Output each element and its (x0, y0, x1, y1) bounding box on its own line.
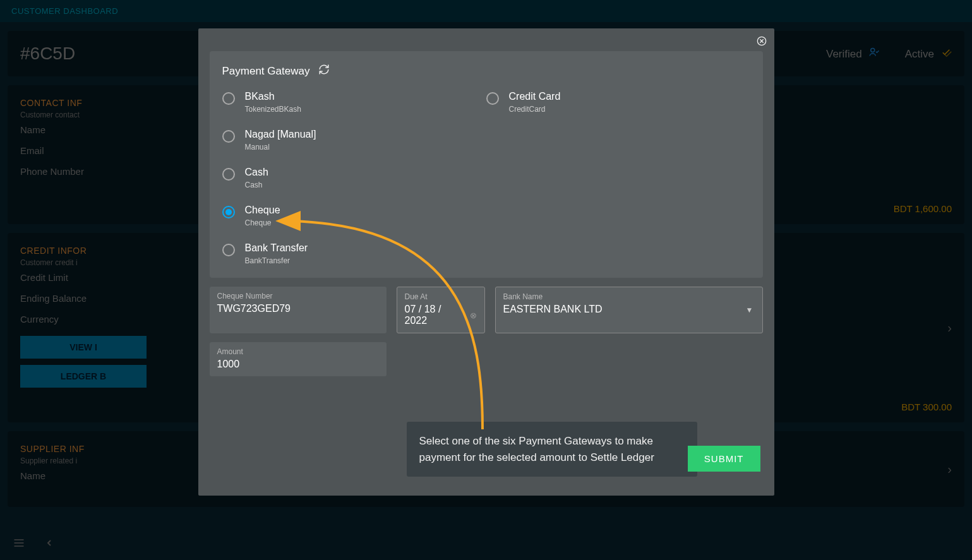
instruction-tooltip: Select one of the six Payment Gateways t… (407, 422, 697, 477)
due-at-value: 07 / 18 / 2022 ⊗ (405, 304, 477, 326)
gateway-box: Payment Gateway BKash TokenizedBKash (210, 51, 763, 278)
gateway-cheque[interactable]: Cheque Cheque (222, 205, 486, 227)
gateway-sub: TokenizedBKash (245, 105, 301, 114)
bank-name-field[interactable]: Bank Name EASTERN BANK LTD ▼ (495, 287, 763, 333)
gateway-sub: Manual (245, 143, 316, 152)
gateway-banktransfer[interactable]: Bank Transfer BankTransfer (222, 242, 486, 265)
field-label: Cheque Number (217, 292, 379, 301)
radio-icon (486, 92, 499, 105)
radio-icon (222, 168, 235, 181)
gateway-cash[interactable]: Cash Cash (222, 167, 486, 189)
radio-icon (222, 130, 235, 143)
gateway-sub: BankTransfer (245, 256, 308, 265)
chevron-down-icon: ▼ (746, 306, 753, 314)
due-at-field[interactable]: Due At 07 / 18 / 2022 ⊗ (397, 287, 485, 333)
radio-icon (222, 244, 235, 256)
radio-icon (222, 206, 235, 218)
gateway-label: BKash (245, 91, 301, 102)
cheque-number-value: TWG723GED79 (217, 303, 379, 314)
gateway-col-1: BKash TokenizedBKash Nagad [Manual] Manu… (222, 91, 486, 265)
field-label: Bank Name (503, 292, 755, 301)
amount-value: 1000 (217, 359, 379, 370)
field-label: Amount (217, 347, 379, 356)
gateway-grid: BKash TokenizedBKash Nagad [Manual] Manu… (222, 91, 750, 265)
form-row-2: Amount 1000 (210, 342, 763, 376)
modal-title: Payment Gateway (222, 65, 310, 78)
gateway-creditcard[interactable]: Credit Card CreditCard (486, 91, 750, 114)
radio-icon (222, 92, 235, 105)
close-icon[interactable] (755, 35, 768, 47)
due-at-text: 07 / 18 / 2022 (405, 304, 466, 326)
modal-title-row: Payment Gateway (222, 64, 750, 78)
clear-date-icon[interactable]: ⊗ (470, 311, 477, 320)
gateway-nagad[interactable]: Nagad [Manual] Manual (222, 129, 486, 152)
gateway-label: Credit Card (509, 91, 561, 102)
cheque-number-field[interactable]: Cheque Number TWG723GED79 (210, 287, 387, 333)
payment-modal: Payment Gateway BKash TokenizedBKash (198, 28, 774, 496)
refresh-icon[interactable] (318, 64, 330, 78)
gateway-label: Cash (245, 167, 268, 178)
submit-button[interactable]: SUBMIT (688, 446, 760, 472)
gateway-sub: Cheque (245, 218, 280, 227)
gateway-label: Nagad [Manual] (245, 129, 316, 140)
modal-overlay[interactable]: Payment Gateway BKash TokenizedBKash (0, 0, 972, 560)
gateway-col-2: Credit Card CreditCard (486, 91, 750, 265)
gateway-label: Cheque (245, 205, 280, 216)
form-row-1: Cheque Number TWG723GED79 Due At 07 / 18… (210, 287, 763, 333)
gateway-bkash[interactable]: BKash TokenizedBKash (222, 91, 486, 114)
gateway-sub: Cash (245, 181, 268, 189)
bank-name-value: EASTERN BANK LTD (503, 304, 755, 315)
field-label: Due At (405, 292, 477, 301)
amount-field[interactable]: Amount 1000 (210, 342, 387, 376)
gateway-label: Bank Transfer (245, 242, 308, 254)
gateway-sub: CreditCard (509, 105, 561, 114)
